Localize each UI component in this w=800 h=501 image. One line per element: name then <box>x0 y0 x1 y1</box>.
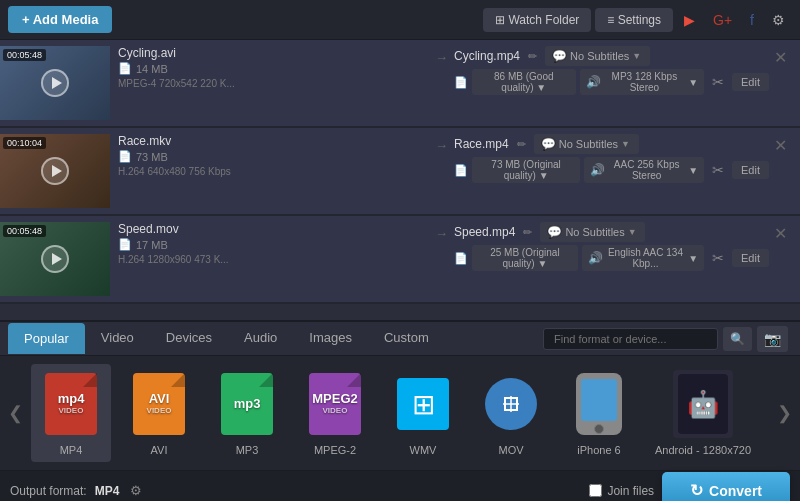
format-card-label-mp4: MP4 <box>60 444 83 456</box>
subtitle-dropdown-item3[interactable]: 💬 No Subtitles ▼ <box>540 222 645 242</box>
youtube-icon-button[interactable]: ▶ <box>677 7 702 33</box>
media-output-item2: Race.mp4 ✏ 💬 No Subtitles ▼ 📄 73 MB (Ori… <box>454 134 769 183</box>
size-dropdown-button-item3[interactable]: 25 MB (Original quality) ▼ <box>472 245 578 271</box>
media-size-item3: 17 MB <box>136 239 168 251</box>
format-card-avi[interactable]: AVIVIDEO AVI <box>119 364 199 462</box>
format-search-input[interactable] <box>543 328 718 350</box>
audio-caret-icon-item2: ▼ <box>688 165 698 176</box>
format-card-label-mpeg2: MPEG-2 <box>314 444 356 456</box>
output-settings-button[interactable]: ⚙ <box>127 483 145 498</box>
tab-audio[interactable]: Audio <box>228 322 293 355</box>
tab-custom[interactable]: Custom <box>368 322 445 355</box>
edit-button-item1[interactable]: Edit <box>732 73 769 91</box>
add-media-button[interactable]: + Add Media <box>8 6 112 33</box>
audio-info-item3: English AAC 134 Kbp... <box>606 247 685 269</box>
iphone-home-button <box>594 424 604 434</box>
settings-button[interactable]: ≡ Settings <box>595 8 673 32</box>
tab-devices[interactable]: Devices <box>150 322 228 355</box>
audio-info-item2: AAC 256 Kbps Stereo <box>608 159 685 181</box>
subtitle-dropdown-item2[interactable]: 💬 No Subtitles ▼ <box>534 134 639 154</box>
format-card-mp4[interactable]: mp4VIDEO MP4 <box>31 364 111 462</box>
format-icon-mp3: mp3 <box>217 370 277 438</box>
file-icon-item3: 📄 <box>118 238 132 251</box>
remove-button-item1[interactable]: ✕ <box>769 46 792 69</box>
play-triangle-icon <box>52 253 62 265</box>
media-filename-item3: Speed.mov <box>118 222 179 236</box>
audio-dropdown-button-item3[interactable]: 🔊 English AAC 134 Kbp... ▼ <box>582 245 704 271</box>
remove-button-item3[interactable]: ✕ <box>769 222 792 245</box>
subtitle-icon-item3: 💬 <box>547 225 562 239</box>
scroll-right-arrow[interactable]: ❯ <box>769 364 800 462</box>
media-info-item2: Race.mkv 📄 73 MB H.264 640x480 756 Kbps <box>118 134 433 177</box>
media-row-top-item1: Cycling.avi <box>118 46 433 60</box>
format-cards-wrapper: ❮ mp4VIDEO MP4 AVIVIDEO AVI <box>0 356 800 470</box>
tab-popular[interactable]: Popular <box>8 323 85 354</box>
timestamp-badge-item1: 00:05:48 <box>3 49 46 61</box>
watch-folder-button[interactable]: ⊞ Watch Folder <box>483 8 591 32</box>
output-edit-icon-button-item1[interactable]: ✏ <box>526 50 539 63</box>
scissors-button-item3[interactable]: ✂ <box>708 250 728 266</box>
output-file-icon-item3: 📄 <box>454 252 468 265</box>
facebook-icon-button[interactable]: f <box>743 7 761 33</box>
convert-button[interactable]: ↻ Convert <box>662 472 790 501</box>
format-icon-iphone <box>569 370 629 438</box>
size-dropdown-button-item2[interactable]: 73 MB (Original quality) ▼ <box>472 157 580 183</box>
format-card-label-android: Android - 1280x720 <box>655 444 751 456</box>
arrow-container-item3: → <box>433 222 454 241</box>
output-edit-icon-button-item3[interactable]: ✏ <box>521 226 534 239</box>
file-corner-icon <box>347 373 361 387</box>
tab-images[interactable]: Images <box>293 322 368 355</box>
play-button-item3[interactable] <box>41 245 69 273</box>
audio-dropdown-button-item1[interactable]: 🔊 MP3 128 Kbps Stereo ▼ <box>580 69 704 95</box>
watch-folder-label: ⊞ Watch Folder <box>495 13 579 27</box>
arrow-right-icon-item2: → <box>435 138 448 153</box>
audio-info-item1: MP3 128 Kbps Stereo <box>604 71 686 93</box>
edit-button-item2[interactable]: Edit <box>732 161 769 179</box>
format-sub-avi: VIDEO <box>147 407 172 416</box>
arrow-right-icon-item1: → <box>435 50 448 65</box>
gplus-icon-button[interactable]: G+ <box>706 7 739 33</box>
iphone-device-icon <box>576 373 622 435</box>
media-row-top-item3: Speed.mov <box>118 222 433 236</box>
join-files-checkbox[interactable] <box>589 484 602 497</box>
format-icon-wmv: ⊞ <box>393 370 453 438</box>
tab-video[interactable]: Video <box>85 322 150 355</box>
size-dropdown-button-item1[interactable]: 86 MB (Good quality) ▼ <box>472 69 576 95</box>
format-text-mp4: mp4VIDEO <box>58 392 85 415</box>
media-list: 00:05:48 Cycling.avi 📄 14 MB MPEG-4 720x… <box>0 40 800 320</box>
format-card-label-avi: AVI <box>151 444 168 456</box>
media-tech-item1: MPEG-4 720x542 220 K... <box>118 78 433 89</box>
format-card-android[interactable]: 🤖 Android - 1280x720 <box>647 364 759 462</box>
timestamp-badge-item2: 00:10:04 <box>3 137 46 149</box>
format-search-button[interactable]: 🔍 <box>723 327 752 351</box>
media-size-item2: 73 MB <box>136 151 168 163</box>
audio-dropdown-button-item2[interactable]: 🔊 AAC 256 Kbps Stereo ▼ <box>584 157 704 183</box>
output-file-icon-item2: 📄 <box>454 164 468 177</box>
file-icon-item1: 📄 <box>118 62 132 75</box>
gear-icon-button[interactable]: ⚙ <box>765 7 792 33</box>
format-card-wmv[interactable]: ⊞ WMV <box>383 364 463 462</box>
output-filename-item3: Speed.mp4 <box>454 225 515 239</box>
audio-caret-icon-item1: ▼ <box>688 77 698 88</box>
subtitle-dropdown-item1[interactable]: 💬 No Subtitles ▼ <box>545 46 650 66</box>
format-card-mov[interactable]: MOV <box>471 364 551 462</box>
media-tech-item2: H.264 640x480 756 Kbps <box>118 166 433 177</box>
media-size-item1: 14 MB <box>136 63 168 75</box>
scissors-button-item2[interactable]: ✂ <box>708 162 728 178</box>
format-card-iphone6[interactable]: iPhone 6 <box>559 364 639 462</box>
edit-button-item3[interactable]: Edit <box>732 249 769 267</box>
format-card-label-wmv: WMV <box>410 444 437 456</box>
scroll-left-arrow[interactable]: ❮ <box>0 364 31 462</box>
output-edit-icon-button-item2[interactable]: ✏ <box>515 138 528 151</box>
subtitle-caret-icon-item2: ▼ <box>621 139 630 149</box>
media-size-row-item2: 📄 73 MB <box>118 150 433 163</box>
mov-logo-icon <box>485 378 537 430</box>
play-button-item2[interactable] <box>41 157 69 185</box>
scissors-button-item1[interactable]: ✂ <box>708 74 728 90</box>
format-card-mpeg2[interactable]: MPEG2VIDEO MPEG-2 <box>295 364 375 462</box>
format-icon-avi: AVIVIDEO <box>129 370 189 438</box>
play-button-item1[interactable] <box>41 69 69 97</box>
format-card-mp3[interactable]: mp3 MP3 <box>207 364 287 462</box>
format-scan-button[interactable]: 📷 <box>757 326 788 352</box>
remove-button-item2[interactable]: ✕ <box>769 134 792 157</box>
